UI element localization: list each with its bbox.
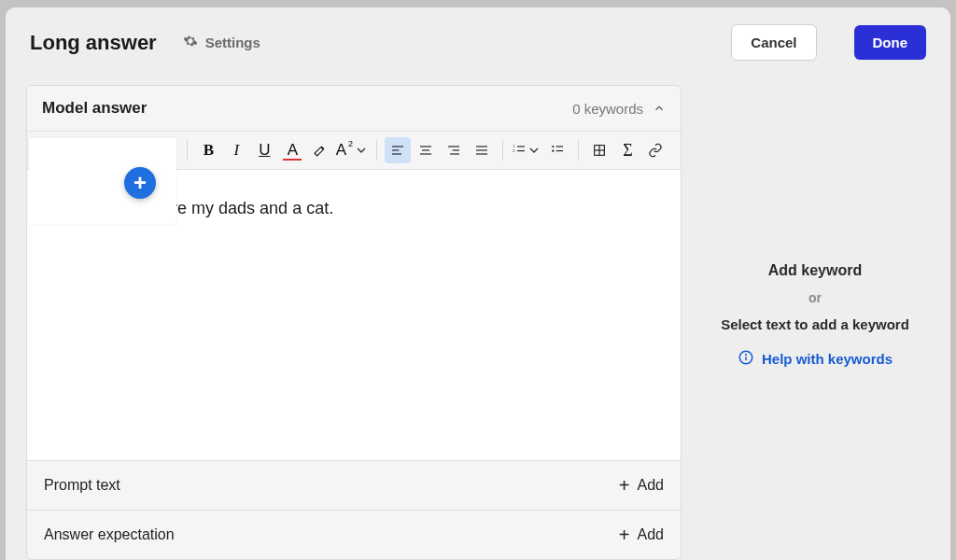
highlight-button[interactable] <box>307 137 333 163</box>
editor-toolbar: Paragraph B I U A A2 12 Σ <box>27 131 681 170</box>
long-answer-dialog: Long answer Settings Cancel Done Model a… <box>6 7 950 560</box>
model-answer-title: Model answer <box>42 99 563 118</box>
text-color-button[interactable]: A <box>279 137 305 163</box>
info-icon <box>738 349 754 369</box>
prompt-text-title: Prompt text <box>44 477 619 494</box>
gear-icon <box>183 34 198 51</box>
plus-icon: + <box>619 476 630 495</box>
svg-point-25 <box>746 355 747 356</box>
select-text-label: Select text to add a keyword <box>721 316 909 332</box>
model-answer-panel: Model answer 0 keywords Paragraph B I U … <box>26 85 682 560</box>
font-size-button[interactable]: A2 <box>335 137 369 163</box>
bottom-rows: Prompt text +Add Answer expectation +Add <box>27 460 681 559</box>
answer-expectation-title: Answer expectation <box>44 526 619 543</box>
equation-button[interactable]: Σ <box>614 137 640 163</box>
text-after: , I have my dads and a cat. <box>132 199 333 217</box>
underline-button[interactable]: U <box>251 137 277 163</box>
align-justify-button[interactable] <box>469 137 495 163</box>
expectation-add-button[interactable]: +Add <box>619 525 664 544</box>
numbered-list-button[interactable]: 12 <box>511 137 542 163</box>
undo-button[interactable] <box>36 137 63 163</box>
chevron-up-icon <box>653 102 666 115</box>
paragraph-style-select[interactable]: Paragraph <box>92 137 179 163</box>
cancel-button[interactable]: Cancel <box>731 24 816 61</box>
add-keyword-bubble[interactable]: + <box>124 167 156 199</box>
dialog-body: Model answer 0 keywords Paragraph B I U … <box>6 77 950 560</box>
svg-point-16 <box>553 146 555 147</box>
prompt-add-button[interactable]: +Add <box>619 476 664 495</box>
table-button[interactable] <box>586 137 612 163</box>
or-label: or <box>808 290 822 305</box>
editor-area[interactable]: + In my family, I have my dads and a cat… <box>27 170 681 460</box>
prompt-text-row[interactable]: Prompt text +Add <box>27 460 681 510</box>
answer-expectation-row[interactable]: Answer expectation +Add <box>27 510 681 559</box>
done-button[interactable]: Done <box>854 25 927 60</box>
paragraph-style-label: Paragraph <box>98 143 159 158</box>
align-left-button[interactable] <box>385 137 411 163</box>
svg-point-18 <box>553 150 555 152</box>
align-center-button[interactable] <box>413 137 439 163</box>
italic-button[interactable]: I <box>223 137 249 163</box>
help-keywords-link[interactable]: Help with keywords <box>738 349 893 369</box>
link-button[interactable] <box>642 137 668 163</box>
model-answer-header[interactable]: Model answer 0 keywords <box>27 86 681 131</box>
bold-button[interactable]: B <box>195 137 221 163</box>
keywords-sidebar: Add keyword or Select text to add a keyw… <box>700 85 930 560</box>
plus-icon: + <box>619 525 630 544</box>
settings-label: Settings <box>205 35 260 50</box>
align-right-button[interactable] <box>441 137 467 163</box>
svg-text:2: 2 <box>513 148 516 153</box>
keywords-count: 0 keywords <box>572 101 643 117</box>
dialog-title: Long answer <box>30 31 157 55</box>
selected-text[interactable]: family <box>86 199 132 217</box>
settings-button[interactable]: Settings <box>183 34 260 51</box>
dialog-header: Long answer Settings Cancel Done <box>6 7 950 77</box>
add-keyword-label[interactable]: Add keyword <box>768 262 862 279</box>
text-before: In my <box>40 199 86 217</box>
redo-button[interactable] <box>64 137 91 163</box>
bullet-list-button[interactable] <box>544 137 570 163</box>
